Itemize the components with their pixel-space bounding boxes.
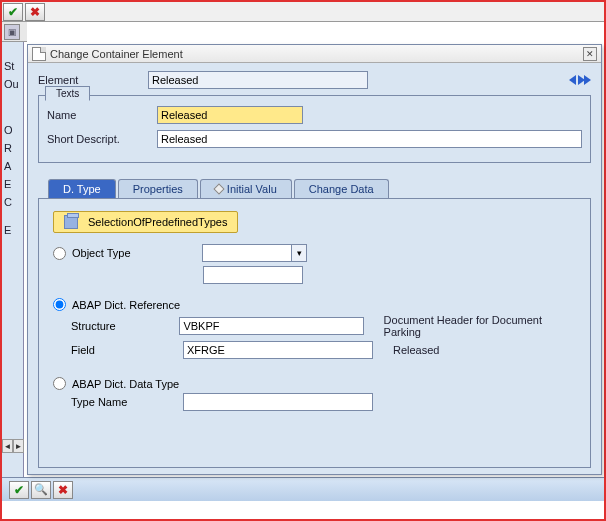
bg-label: Ou (2, 78, 23, 96)
scroll-right-icon[interactable]: ► (13, 439, 24, 453)
dialog-titlebar: Change Container Element ✕ (28, 45, 601, 63)
bg-label: A (2, 160, 23, 178)
bg-label: O (2, 124, 23, 142)
abap-dict-ref-label: ABAP Dict. Reference (72, 299, 180, 311)
structure-desc: Document Header for Document Parking (384, 314, 576, 338)
element-label: Element (38, 74, 148, 86)
short-desc-field[interactable] (157, 130, 582, 148)
element-field[interactable] (148, 71, 368, 89)
close-icon: ✖ (30, 5, 40, 19)
h-scroll[interactable]: ◄ ► (2, 439, 24, 453)
tab-change-data[interactable]: Change Data (294, 179, 389, 198)
abap-data-type-label: ABAP Dict. Data Type (72, 378, 179, 390)
f4-help-icon[interactable]: ▾ (291, 244, 307, 262)
abap-dict-ref-radio[interactable] (53, 298, 66, 311)
abap-data-type-radio[interactable] (53, 377, 66, 390)
background-left-pane: St Ou O R A E C E (2, 22, 24, 477)
bg-label: E (2, 224, 23, 242)
confirm-button[interactable]: ✔ (9, 481, 29, 499)
object-type-extra-field[interactable] (203, 266, 303, 284)
tab-label: Initial Valu (227, 183, 277, 195)
field-label: Field (71, 344, 183, 356)
field-field[interactable] (183, 341, 373, 359)
dialog-bottom-toolbar: ✔ 🔍 ✖ (2, 477, 604, 501)
field-desc: Released (393, 344, 439, 356)
cancel-button-top[interactable]: ✖ (25, 3, 45, 21)
sel-btn-label: SelectionOfPredefinedTypes (88, 216, 227, 228)
name-label: Name (47, 109, 157, 121)
check-icon: ✔ (8, 5, 18, 19)
document-icon (32, 47, 46, 61)
close-icon: ✖ (58, 483, 68, 497)
cube-icon (64, 215, 78, 229)
bg-label: C (2, 196, 23, 214)
object-type-radio[interactable] (53, 247, 66, 260)
check-value-button[interactable]: 🔍 (31, 481, 51, 499)
diamond-icon (213, 183, 224, 194)
dialog-close-button[interactable]: ✕ (583, 47, 597, 61)
tab-label: Properties (133, 183, 183, 195)
magnifier-icon: 🔍 (34, 483, 48, 496)
structure-label: Structure (71, 320, 179, 332)
selection-predefined-types-button[interactable]: SelectionOfPredefinedTypes (53, 211, 238, 233)
app-toolbar: ✔ ✖ (2, 2, 604, 22)
tree-toggle-icon[interactable]: ▣ (4, 24, 20, 40)
tab-dtype[interactable]: D. Type (48, 179, 116, 198)
bg-label: E (2, 178, 23, 196)
bg-label: R (2, 142, 23, 160)
tab-content-dtype: SelectionOfPredefinedTypes Object Type ▾… (38, 198, 591, 468)
scroll-left-icon[interactable]: ◄ (2, 439, 13, 453)
object-type-field[interactable] (202, 244, 292, 262)
structure-field[interactable] (179, 317, 363, 335)
texts-group: Texts Name Short Descript. (38, 95, 591, 163)
tree-row: ▣ (2, 22, 27, 42)
tab-initial-value[interactable]: Initial Valu (200, 179, 292, 198)
tab-label: D. Type (63, 183, 101, 195)
type-name-field[interactable] (183, 393, 373, 411)
accept-button[interactable]: ✔ (3, 3, 23, 21)
bg-label: St (2, 60, 23, 78)
object-type-label: Object Type (72, 247, 202, 259)
tab-strip: D. Type Properties Initial Valu Change D… (48, 179, 591, 198)
tab-label: Change Data (309, 183, 374, 195)
tab-properties[interactable]: Properties (118, 179, 198, 198)
cancel-button[interactable]: ✖ (53, 481, 73, 499)
dialog-window: Change Container Element ✕ Element Texts (27, 44, 602, 475)
short-desc-label: Short Descript. (47, 133, 157, 145)
type-name-label: Type Name (71, 396, 183, 408)
next-icon[interactable] (584, 75, 591, 85)
prev-icon[interactable] (569, 75, 576, 85)
name-field[interactable] (157, 106, 303, 124)
texts-group-label: Texts (45, 86, 90, 101)
dialog-title: Change Container Element (50, 48, 583, 60)
check-icon: ✔ (14, 483, 24, 497)
